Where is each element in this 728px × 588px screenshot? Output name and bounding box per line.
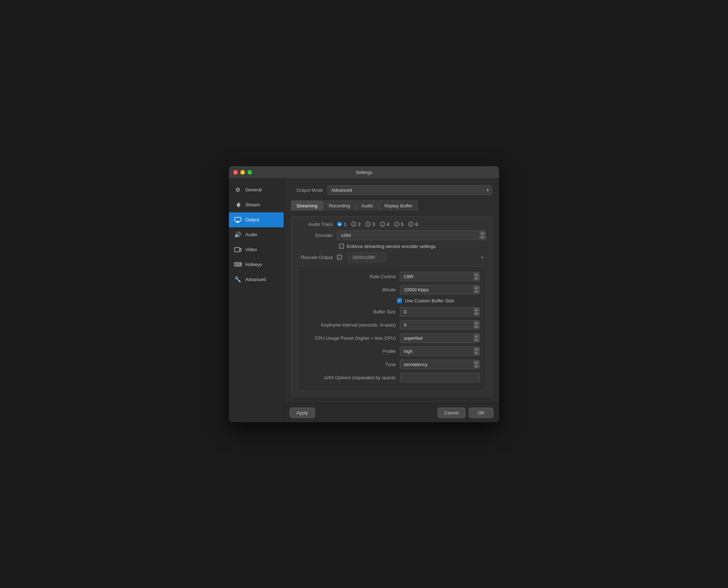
settings-window: Settings ⚙ General Stream [229, 166, 499, 422]
titlebar: Settings [229, 166, 499, 179]
encoder-spin-btns: ▲ ▼ [480, 232, 485, 239]
traffic-lights [233, 170, 252, 175]
bitrate-input[interactable] [400, 285, 480, 295]
encoder-spin-up[interactable]: ▲ [480, 232, 485, 235]
track-6-radio[interactable]: 6 [408, 222, 418, 227]
sidebar-label-stream: Stream [245, 202, 260, 207]
advanced-icon: 🔧 [234, 276, 242, 284]
track-1-radio[interactable]: 1 [337, 222, 346, 227]
encoder-select[interactable]: x264 [337, 231, 486, 240]
output-icon [234, 216, 242, 224]
buffer-size-label: Buffer Size [303, 309, 396, 314]
svg-rect-3 [236, 222, 240, 223]
rate-control-select[interactable]: CBR VBR ABR CRF [400, 272, 480, 281]
keyframe-label: Keyframe Interval (seconds, 0=auto) [303, 322, 396, 328]
buffer-size-down[interactable]: ▼ [473, 312, 479, 316]
sidebar: ⚙ General Stream [229, 179, 284, 422]
custom-buffer-checkbox[interactable]: ✓ [397, 298, 402, 303]
rate-control-row: Rate Control CBR VBR ABR CRF ▲ [303, 272, 480, 281]
encoder-settings-form: Rate Control CBR VBR ABR CRF ▲ [297, 266, 486, 391]
keyframe-input[interactable] [400, 320, 480, 330]
tab-streaming[interactable]: Streaming [291, 201, 323, 211]
audio-track-row: Audio Track 1 2 [297, 222, 486, 227]
buffer-size-wrapper: ▲ ▼ [400, 307, 480, 317]
tab-replay-buffer[interactable]: Replay Buffer [379, 201, 418, 211]
keyframe-spin-btns: ▲ ▼ [473, 321, 479, 329]
profile-row: Profile high main baseline ▲ ▼ [303, 346, 480, 356]
profile-up[interactable]: ▲ [473, 348, 479, 351]
buffer-size-input[interactable] [400, 307, 480, 317]
profile-down[interactable]: ▼ [473, 351, 479, 355]
window-title: Settings [356, 170, 373, 175]
cpu-preset-select[interactable]: superfast ultrafast veryfast faster fast… [400, 333, 480, 343]
buffer-size-up[interactable]: ▲ [473, 308, 479, 312]
footer: Apply Cancel OK [284, 403, 499, 422]
tab-recording[interactable]: Recording [323, 201, 355, 211]
cpu-preset-down[interactable]: ▼ [473, 338, 479, 342]
keyframe-down[interactable]: ▼ [473, 325, 479, 329]
sidebar-item-advanced[interactable]: 🔧 Advanced [229, 272, 284, 287]
encoder-spin-down[interactable]: ▼ [480, 235, 485, 239]
profile-label: Profile [303, 349, 396, 354]
cpu-preset-up[interactable]: ▲ [473, 334, 479, 338]
encoder-select-wrapper: x264 ▲ ▼ [337, 231, 486, 240]
apply-button[interactable]: Apply [290, 408, 315, 418]
tune-down[interactable]: ▼ [473, 365, 479, 368]
close-button[interactable] [233, 170, 238, 175]
rate-control-up[interactable]: ▲ [473, 273, 479, 276]
tabs-bar: Streaming Recording Audio Replay Buffer [291, 201, 492, 211]
sidebar-label-advanced: Advanced [245, 277, 266, 282]
track-2-radio[interactable]: 2 [351, 222, 360, 227]
enforce-checkbox[interactable] [339, 244, 344, 249]
x264-options-input[interactable] [400, 373, 480, 382]
bitrate-down[interactable]: ▼ [473, 290, 479, 293]
sidebar-label-hotkeys: Hotkeys [245, 262, 262, 267]
sidebar-item-general[interactable]: ⚙ General [229, 182, 284, 197]
ok-button[interactable]: OK [469, 408, 493, 418]
track-2-label: 2 [358, 222, 360, 227]
rate-control-wrapper: CBR VBR ABR CRF ▲ ▼ [400, 272, 480, 281]
sidebar-item-audio[interactable]: 🔊 Audio [229, 227, 284, 242]
tune-up[interactable]: ▲ [473, 361, 479, 364]
custom-buffer-row: ✓ Use Custom Buffer Size [303, 298, 480, 303]
cpu-preset-wrapper: superfast ultrafast veryfast faster fast… [400, 333, 480, 343]
cancel-button[interactable]: Cancel [438, 408, 465, 418]
bitrate-wrapper: ▲ ▼ [400, 285, 480, 295]
rescale-checkbox[interactable] [337, 255, 342, 260]
rate-control-down[interactable]: ▼ [473, 277, 479, 280]
profile-wrapper: high main baseline ▲ ▼ [400, 346, 480, 356]
sidebar-item-hotkeys[interactable]: ⌨ Hotkeys [229, 257, 284, 272]
profile-spin-btns: ▲ ▼ [473, 348, 479, 355]
output-mode-label: Output Mode [291, 187, 323, 193]
enforce-checkbox-row: Enforce streaming service encoder settin… [297, 244, 486, 249]
tune-wrapper: zerolatency film animation grain stillim… [400, 360, 480, 369]
sidebar-label-output: Output [245, 217, 259, 222]
track-4-radio-circle [380, 222, 385, 227]
bitrate-up[interactable]: ▲ [473, 286, 479, 290]
tune-label: Tune [303, 362, 396, 367]
custom-buffer-label: Use Custom Buffer Size [405, 298, 454, 303]
tune-select[interactable]: zerolatency film animation grain stillim… [400, 360, 480, 369]
keyframe-wrapper: ▲ ▼ [400, 320, 480, 330]
sidebar-item-video[interactable]: Video [229, 242, 284, 257]
track-5-radio[interactable]: 5 [394, 222, 403, 227]
sidebar-item-output[interactable]: Output [229, 212, 284, 227]
rate-control-label: Rate Control [303, 274, 396, 279]
track-1-label: 1 [344, 222, 346, 227]
track-2-radio-circle [351, 222, 356, 227]
rescale-select[interactable]: 1920x1080 [348, 253, 386, 262]
tab-audio[interactable]: Audio [356, 201, 379, 211]
track-4-radio[interactable]: 4 [380, 222, 389, 227]
profile-select[interactable]: high main baseline [400, 346, 480, 356]
minimize-button[interactable] [240, 170, 245, 175]
rescale-arrow-icon: ▾ [481, 255, 483, 259]
track-3-radio[interactable]: 3 [365, 222, 375, 227]
sidebar-label-video: Video [245, 247, 257, 252]
track-6-label: 6 [415, 222, 418, 227]
tune-spin-btns: ▲ ▼ [473, 361, 479, 368]
keyframe-up[interactable]: ▲ [473, 321, 479, 325]
output-mode-select[interactable]: Advanced Simple [327, 185, 492, 195]
maximize-button[interactable] [247, 170, 252, 175]
sidebar-item-stream[interactable]: Stream [229, 197, 284, 212]
svg-rect-4 [235, 248, 240, 252]
